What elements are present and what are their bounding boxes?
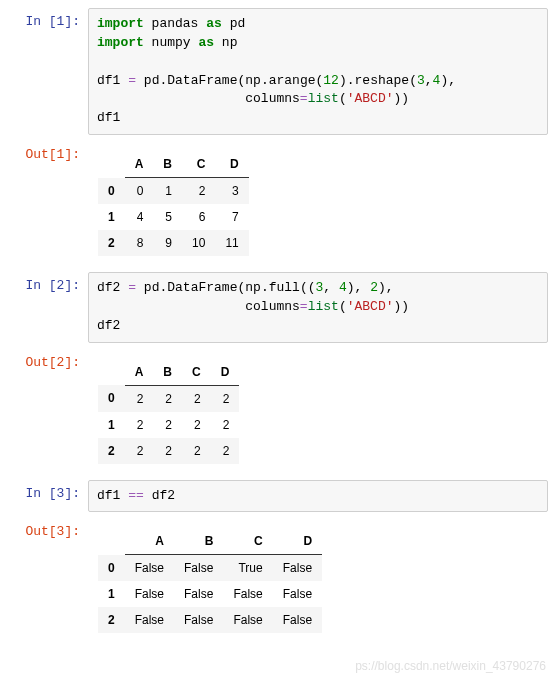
code-input[interactable]: df2 = pd.DataFrame(np.full((3, 4), 2), c… — [88, 272, 548, 343]
column-header: B — [153, 359, 182, 386]
dataframe-output: ABCD022221222222222 — [98, 359, 239, 464]
cell-value: 2 — [182, 438, 211, 464]
row-index: 2 — [98, 438, 125, 464]
table-row: 2FalseFalseFalseFalse — [98, 607, 322, 633]
output-area: ABCD0FalseFalseTrueFalse1FalseFalseFalse… — [88, 518, 548, 643]
table-corner — [98, 151, 125, 178]
table-row: 2891011 — [98, 230, 249, 256]
column-header: A — [125, 359, 154, 386]
cell-value: 6 — [182, 204, 215, 230]
row-index: 1 — [98, 412, 125, 438]
cell-value: 0 — [125, 178, 154, 205]
cell-value: 2 — [125, 385, 154, 412]
cell-value: 2 — [182, 412, 211, 438]
cell-value: 1 — [153, 178, 182, 205]
cell-value: 8 — [125, 230, 154, 256]
output-prompt: Out[1]: — [10, 141, 88, 162]
dataframe-output: ABCD0FalseFalseTrueFalse1FalseFalseFalse… — [98, 528, 322, 633]
row-index: 0 — [98, 178, 125, 205]
cell-value: False — [273, 607, 322, 633]
cell-value: False — [125, 555, 174, 582]
cell-value: 2 — [211, 412, 240, 438]
output-cell: Out[1]:ABCD00123145672891011 — [10, 141, 548, 266]
table-row: 1FalseFalseFalseFalse — [98, 581, 322, 607]
column-header: C — [223, 528, 272, 555]
row-index: 0 — [98, 555, 125, 582]
column-header: C — [182, 151, 215, 178]
table-row: 12222 — [98, 412, 239, 438]
cell-value: False — [223, 607, 272, 633]
cell-value: 5 — [153, 204, 182, 230]
output-prompt: Out[2]: — [10, 349, 88, 370]
output-area: ABCD00123145672891011 — [88, 141, 548, 266]
cell-value: 2 — [182, 385, 211, 412]
cell-value: 9 — [153, 230, 182, 256]
table-corner — [98, 359, 125, 386]
cell-value: 2 — [182, 178, 215, 205]
cell-value: False — [273, 555, 322, 582]
output-prompt: Out[3]: — [10, 518, 88, 539]
cell-value: 2 — [153, 438, 182, 464]
table-corner — [98, 528, 125, 555]
cell-value: 2 — [153, 385, 182, 412]
input-cell: In [2]:df2 = pd.DataFrame(np.full((3, 4)… — [10, 272, 548, 343]
input-prompt: In [1]: — [10, 8, 88, 29]
cell-value: False — [125, 607, 174, 633]
cell-value: False — [273, 581, 322, 607]
code-input[interactable]: import pandas as pd import numpy as np d… — [88, 8, 548, 135]
cell-value: 2 — [125, 438, 154, 464]
table-row: 22222 — [98, 438, 239, 464]
column-header: A — [125, 528, 174, 555]
table-row: 00123 — [98, 178, 249, 205]
cell-value: 11 — [215, 230, 248, 256]
row-index: 1 — [98, 581, 125, 607]
output-area: ABCD022221222222222 — [88, 349, 548, 474]
column-header: B — [153, 151, 182, 178]
cell-value: False — [174, 581, 223, 607]
row-index: 2 — [98, 607, 125, 633]
cell-value: 2 — [211, 385, 240, 412]
column-header: C — [182, 359, 211, 386]
cell-value: 4 — [125, 204, 154, 230]
output-cell: Out[3]:ABCD0FalseFalseTrueFalse1FalseFal… — [10, 518, 548, 643]
row-index: 1 — [98, 204, 125, 230]
row-index: 0 — [98, 385, 125, 412]
input-cell: In [1]:import pandas as pd import numpy … — [10, 8, 548, 135]
table-row: 14567 — [98, 204, 249, 230]
column-header: A — [125, 151, 154, 178]
input-cell: In [3]:df1 == df2 — [10, 480, 548, 513]
row-index: 2 — [98, 230, 125, 256]
table-row: 02222 — [98, 385, 239, 412]
table-row: 0FalseFalseTrueFalse — [98, 555, 322, 582]
input-prompt: In [2]: — [10, 272, 88, 293]
column-header: B — [174, 528, 223, 555]
code-input[interactable]: df1 == df2 — [88, 480, 548, 513]
cell-value: 3 — [215, 178, 248, 205]
input-prompt: In [3]: — [10, 480, 88, 501]
cell-value: True — [223, 555, 272, 582]
cell-value: False — [125, 581, 174, 607]
column-header: D — [211, 359, 240, 386]
cell-value: 7 — [215, 204, 248, 230]
cell-value: False — [223, 581, 272, 607]
column-header: D — [215, 151, 248, 178]
column-header: D — [273, 528, 322, 555]
cell-value: False — [174, 607, 223, 633]
output-cell: Out[2]:ABCD022221222222222 — [10, 349, 548, 474]
cell-value: 10 — [182, 230, 215, 256]
cell-value: 2 — [211, 438, 240, 464]
dataframe-output: ABCD00123145672891011 — [98, 151, 249, 256]
cell-value: False — [174, 555, 223, 582]
cell-value: 2 — [153, 412, 182, 438]
cell-value: 2 — [125, 412, 154, 438]
